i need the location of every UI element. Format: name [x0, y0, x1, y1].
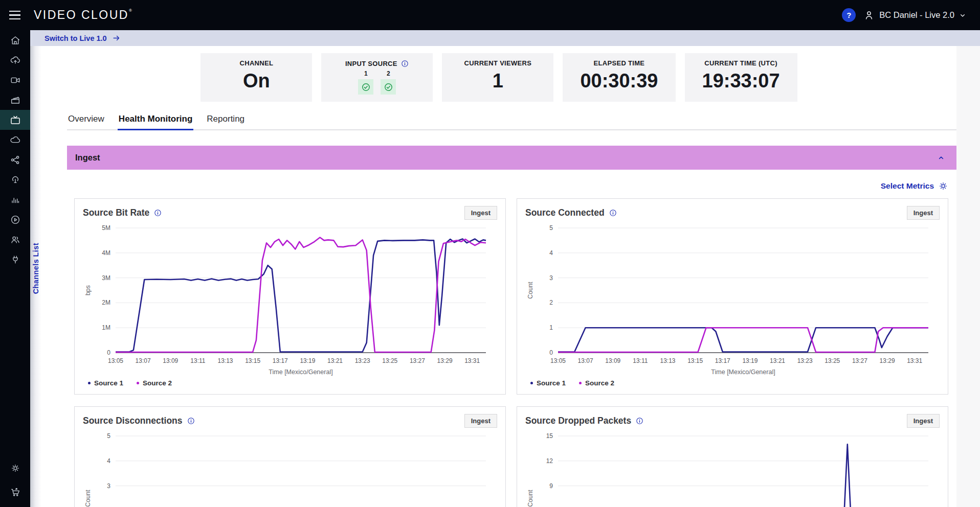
arrow-right-icon	[112, 34, 121, 42]
svg-text:13:11: 13:11	[633, 357, 648, 364]
sidebar-item-tv[interactable]	[0, 110, 30, 130]
info-icon[interactable]	[187, 417, 195, 425]
status-tile-current-time-utc-: CURRENT TIME (UTC)19:33:07	[685, 53, 797, 102]
svg-text:Time [Mexico/General]: Time [Mexico/General]	[711, 368, 775, 376]
gear-icon	[938, 181, 948, 191]
svg-text:13:05: 13:05	[550, 357, 566, 364]
chart-card-source-connected: Source ConnectedIngest01234513:0513:0713…	[517, 198, 948, 395]
sidebar	[0, 30, 30, 507]
svg-text:1: 1	[549, 324, 553, 331]
account-label: BC Daniel - Live 2.0	[879, 10, 954, 20]
help-button[interactable]: ?	[842, 8, 856, 22]
ingest-scope-button[interactable]: Ingest	[464, 206, 497, 220]
status-label-text: INPUT SOURCE	[345, 60, 397, 67]
info-icon[interactable]	[400, 59, 409, 68]
svg-text:13:15: 13:15	[687, 357, 703, 364]
input-source-status-badge	[358, 79, 373, 95]
chart-legend: Source 1Source 2	[530, 379, 940, 387]
chart-title: Source Dropped Packets	[525, 416, 644, 426]
svg-text:4: 4	[549, 249, 553, 257]
svg-text:13:17: 13:17	[715, 357, 730, 364]
svg-text:Time [Mexico/General]: Time [Mexico/General]	[269, 368, 332, 376]
legend-dot-icon	[88, 382, 91, 384]
collapse-chevron-up-icon[interactable]	[937, 154, 945, 162]
sidebar-item-cloud[interactable]	[0, 130, 30, 150]
channels-list-tab[interactable]: Channels List	[30, 243, 42, 294]
legend-label: Source 2	[585, 379, 614, 387]
ingest-scope-button[interactable]: Ingest	[464, 414, 497, 428]
sidebar-item-video-camera[interactable]	[0, 70, 30, 90]
svg-text:Count: Count	[527, 490, 534, 507]
clapperboard-icon	[10, 95, 21, 106]
ingest-scope-button[interactable]: Ingest	[907, 206, 940, 220]
sidebar-item-home[interactable]	[0, 30, 30, 50]
sidebar-item-clapperboard[interactable]	[0, 90, 30, 110]
ingest-scope-button[interactable]: Ingest	[907, 414, 940, 428]
svg-text:1M: 1M	[102, 324, 110, 331]
legend-dot-icon	[137, 382, 139, 384]
status-label-text: CHANNEL	[240, 59, 274, 67]
svg-text:13:07: 13:07	[136, 357, 151, 364]
svg-text:13:07: 13:07	[578, 357, 593, 364]
svg-text:13:19: 13:19	[742, 357, 758, 364]
legend-label: Source 1	[94, 379, 123, 387]
tab-overview[interactable]: Overview	[67, 110, 105, 129]
svg-text:13:29: 13:29	[437, 357, 453, 364]
sidebar-item-cloud-upload[interactable]	[0, 50, 30, 70]
page-gutter	[956, 46, 980, 507]
chart-title: Source Bit Rate	[83, 208, 162, 218]
svg-text:13:05: 13:05	[108, 357, 123, 364]
sidebar-item-plug[interactable]	[0, 249, 30, 269]
svg-text:5M: 5M	[102, 224, 110, 232]
svg-text:0: 0	[549, 349, 553, 356]
user-icon	[863, 9, 875, 21]
users-icon	[10, 234, 21, 245]
sidebar-item-gear[interactable]	[0, 458, 30, 478]
info-icon[interactable]	[635, 417, 644, 425]
switch-to-live-link[interactable]: Switch to Live 1.0	[44, 34, 121, 42]
switch-banner: Switch to Live 1.0	[30, 30, 980, 46]
status-value: 19:33:07	[702, 71, 780, 91]
svg-text:13:29: 13:29	[880, 357, 895, 364]
tab-reporting[interactable]: Reporting	[206, 110, 246, 129]
sidebar-item-analytics-bars[interactable]	[0, 190, 30, 210]
sidebar-item-interactive-touch[interactable]	[0, 170, 30, 190]
svg-text:13:13: 13:13	[660, 357, 676, 364]
account-menu[interactable]: BC Daniel - Live 2.0	[863, 9, 967, 21]
chart-title-text: Source Dropped Packets	[525, 416, 631, 426]
chart-card-source-bit-rate: Source Bit RateIngest01M2M3M4M5M13:0513:…	[74, 198, 506, 395]
svg-text:13:25: 13:25	[382, 357, 397, 364]
legend-item-source-1[interactable]: Source 1	[88, 379, 123, 387]
svg-text:13:27: 13:27	[410, 357, 425, 364]
svg-text:13:27: 13:27	[852, 357, 867, 364]
svg-text:12: 12	[546, 457, 553, 465]
series-source-2	[558, 328, 928, 352]
select-metrics-link[interactable]: Select Metrics	[881, 181, 948, 191]
legend-item-source-2[interactable]: Source 2	[579, 379, 614, 387]
sidebar-item-users[interactable]	[0, 229, 30, 249]
interactive-touch-icon	[10, 174, 21, 186]
tab-health-monitoring[interactable]: Health Monitoring	[118, 110, 193, 129]
ingest-section-title: Ingest	[75, 153, 100, 163]
svg-text:3M: 3M	[102, 274, 110, 282]
legend-item-source-1[interactable]: Source 1	[530, 379, 566, 387]
info-icon[interactable]	[609, 209, 617, 217]
chart-card-source-disconnections: Source DisconnectionsIngest01234513:0513…	[74, 406, 506, 507]
tv-icon	[9, 114, 21, 126]
sidebar-item-cart[interactable]	[0, 482, 30, 502]
status-label-text: CURRENT TIME (UTC)	[704, 59, 777, 67]
info-icon[interactable]	[153, 209, 162, 217]
ingest-section-header[interactable]: Ingest	[67, 146, 956, 170]
series-source-1	[558, 444, 928, 507]
svg-text:13:23: 13:23	[797, 357, 813, 364]
legend-item-source-2[interactable]: Source 2	[137, 379, 172, 387]
status-value: On	[218, 71, 295, 91]
sidebar-item-share[interactable]	[0, 150, 30, 170]
sidebar-item-play-circle[interactable]	[0, 210, 30, 229]
svg-text:0: 0	[107, 349, 110, 356]
gear-icon	[10, 463, 20, 473]
status-value: 1	[459, 71, 536, 91]
hamburger-menu-icon[interactable]	[7, 8, 23, 23]
svg-text:Count: Count	[84, 490, 92, 507]
svg-text:13:13: 13:13	[218, 357, 233, 364]
